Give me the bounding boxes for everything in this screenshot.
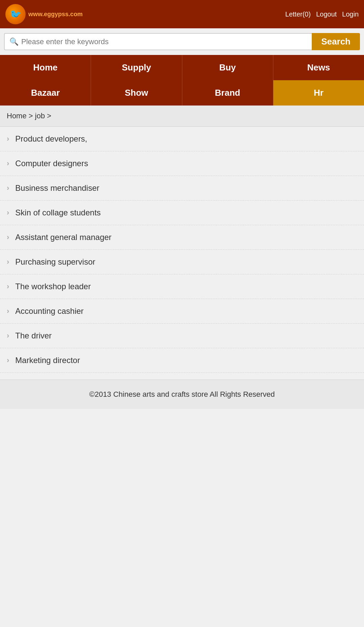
header-links: Letter(0) Logout Login [285,10,359,18]
chevron-right-icon: › [7,233,9,242]
job-list-item[interactable]: ›Accounting cashier [0,299,364,324]
site-url: www.eggypss.com [28,11,83,18]
job-list-item[interactable]: ›Skin of collage students [0,201,364,225]
chevron-right-icon: › [7,282,9,291]
breadcrumb: Home > job > [0,106,364,127]
footer: ©2013 Chinese arts and crafts store All … [0,380,364,409]
logo-area: 🐦 www.eggypss.com [5,4,83,24]
job-list-item[interactable]: ›The workshop leader [0,274,364,299]
letter-link[interactable]: Letter(0) [285,10,311,18]
job-title-label: The driver [15,331,52,340]
nav-news[interactable]: News [273,55,364,80]
chevron-right-icon: › [7,331,9,340]
job-title-label: Skin of collage students [15,208,101,217]
nav-hr[interactable]: Hr [273,80,364,106]
job-title-label: Accounting cashier [15,306,84,316]
job-title-label: Marketing director [15,356,80,365]
job-title-label: Computer designers [15,159,88,168]
search-input[interactable] [21,37,307,46]
job-list-item[interactable]: ›Business merchandiser [0,176,364,201]
chevron-right-icon: › [7,159,9,168]
job-title-label: Product developers, [15,134,87,144]
chevron-right-icon: › [7,356,9,365]
search-button[interactable]: Search [312,33,360,50]
chevron-right-icon: › [7,258,9,266]
chevron-right-icon: › [7,184,9,192]
job-title-label: The workshop leader [15,282,91,291]
job-title-label: Assistant general manager [15,233,112,242]
search-input-wrap: 🔍 [4,33,312,50]
job-list-item[interactable]: ›Computer designers [0,151,364,176]
login-link[interactable]: Login [342,10,359,18]
header: 🐦 www.eggypss.com Letter(0) Logout Login [0,0,364,28]
job-title-label: Business merchandiser [15,183,99,193]
logout-link[interactable]: Logout [316,10,337,18]
chevron-right-icon: › [7,208,9,217]
search-bar: 🔍 Search [0,28,364,55]
job-title-label: Purchasing supervisor [15,257,95,267]
logo-icon: 🐦 [5,4,26,24]
job-list-item[interactable]: ›Assistant general manager [0,225,364,250]
nav-buy[interactable]: Buy [182,55,273,80]
nav-supply[interactable]: Supply [91,55,182,80]
search-icon: 🔍 [9,37,19,46]
nav-brand[interactable]: Brand [182,80,273,106]
nav-row-2: Bazaar Show Brand Hr [0,80,364,106]
chevron-right-icon: › [7,307,9,316]
job-list-item[interactable]: ›Purchasing supervisor [0,250,364,274]
job-list: ›Product developers,›Computer designers›… [0,127,364,373]
nav-row-1: Home Supply Buy News [0,55,364,80]
nav-bazaar[interactable]: Bazaar [0,80,91,106]
nav-home[interactable]: Home [0,55,91,80]
job-list-item[interactable]: ›Product developers, [0,127,364,151]
job-list-item[interactable]: ›Marketing director [0,348,364,373]
chevron-right-icon: › [7,135,9,143]
job-list-item[interactable]: ›The driver [0,324,364,348]
nav-show[interactable]: Show [91,80,182,106]
